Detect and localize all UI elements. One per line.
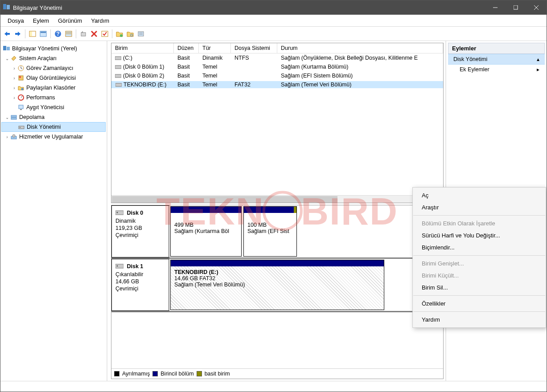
chevron-right-icon[interactable]: › [11,76,17,81]
chevron-right-icon[interactable]: › [11,95,17,100]
svg-rect-1 [7,5,10,9]
cell: (Disk 0 Bölüm 1) [123,64,164,70]
tree-shared-folders[interactable]: › Paylaşılan Klasörler [1,83,106,93]
actions-disk-management[interactable]: Disk Yönetimi ▴ [448,54,545,65]
storage-icon [10,114,17,121]
shared-folders-icon [17,84,25,91]
disk-title: Disk 1 [127,263,143,270]
chevron-right-icon[interactable]: › [4,135,10,139]
ctx-explore[interactable]: Araştır [413,201,546,213]
chevron-right-icon[interactable]: › [11,66,17,71]
volume-icon [115,55,121,61]
back-button[interactable] [2,29,12,39]
column-header-type[interactable]: Tür [199,43,231,53]
legend-swatch-unallocated [114,371,119,376]
table-row[interactable]: (Disk 0 Bölüm 1) Basit Temel Sağlam (Kur… [111,62,443,71]
ctx-open[interactable]: Aç [413,189,546,201]
new-folder-button[interactable] [115,29,124,39]
help-button[interactable]: ? [53,29,63,39]
tree-label: Hizmetler ve Uygulamalar [19,134,83,140]
column-header-volume[interactable]: Birim [111,43,174,53]
legend-swatch-simple [197,371,202,376]
partition-status: Sağlam (Temel Veri Bölümü) [174,282,380,288]
cell: Sağlam (Önyükleme, Disk Belleği Dosyası,… [277,54,443,61]
chevron-down-icon[interactable]: ⌄ [4,56,10,61]
actions-more[interactable]: Ek Eylemler ▸ [448,65,545,74]
tree-label: Performans [26,94,55,101]
folder-search-button[interactable] [125,29,135,39]
context-menu: Aç Araştır Bölümü Etkin Olarak İşaretle … [412,187,546,328]
partition-disk0-1[interactable]: 499 MB Sağlam (Kurtarma Böl [170,206,242,257]
svg-rect-36 [19,105,23,109]
partition-disk1-1[interactable]: TEKNOBIRD (E:) 14,66 GB FAT32 Sağlam (Te… [170,260,384,310]
svg-point-21 [120,34,123,37]
cell: Basit [174,81,199,88]
menu-separator [413,295,545,296]
tree-event-viewer[interactable]: › Olay Görüntüleyicisi [1,73,106,83]
svg-point-51 [117,265,118,267]
titlebar[interactable]: Bilgisayar Yönetimi [0,0,547,15]
tree-performance[interactable]: › Performans [1,93,106,102]
forward-button[interactable] [13,29,23,39]
show-hide-tree-button[interactable] [28,29,37,39]
close-button[interactable] [526,0,547,15]
tree-storage[interactable]: ⌄ Depolama [1,112,106,122]
check-button[interactable] [100,29,110,39]
ctx-help[interactable]: Yardım [413,314,546,326]
minimize-button[interactable] [485,0,506,15]
refresh-button[interactable] [78,29,88,39]
menu-file[interactable]: Dosya [3,16,29,26]
ctx-format[interactable]: Biçimlendir... [413,241,546,253]
tree-system-tools[interactable]: ⌄ Sistem Araçları [1,53,106,63]
properties-button[interactable] [38,29,48,39]
maximize-button[interactable] [506,0,526,15]
app-icon [3,4,10,11]
table-row[interactable]: (Disk 0 Bölüm 2) Basit Temel Sağlam (EFI… [111,71,443,80]
column-header-filesystem[interactable]: Dosya Sistemi [231,43,277,53]
menu-view[interactable]: Görünüm [53,16,86,26]
disk-info-1[interactable]: Disk 1 Çıkarılabilir 14,66 GB Çevrimiçi [111,259,169,311]
scrollbar-thumb[interactable] [112,196,337,203]
volume-icon [115,82,122,87]
table-row[interactable]: (C:) Basit Dinamik NTFS Sağlam (Önyüklem… [111,53,443,62]
disk-size: 14,66 GB [115,278,165,285]
horizontal-scrollbar[interactable] [111,195,443,203]
tree-disk-management[interactable]: Disk Yönetimi [1,122,106,132]
svg-rect-37 [20,109,22,110]
ctx-change-drive-letter[interactable]: Sürücü Harfi ve Yolu Değiştir... [413,229,546,241]
svg-rect-44 [115,57,121,60]
event-viewer-icon [17,74,25,82]
chevron-up-icon: ▴ [537,56,539,62]
volume-list[interactable]: Birim Düzen Tür Dosya Sistemi Durum (C:)… [111,43,444,203]
tree-device-manager[interactable]: Aygıt Yöneticisi [1,102,106,112]
disk-icon [115,263,123,270]
list-button[interactable] [136,29,146,39]
tree-task-scheduler[interactable]: › Görev Zamanlayıcı [1,63,106,73]
navigation-tree[interactable]: Bilgisayar Yönetimi (Yerel) ⌄ Sistem Ara… [0,41,107,381]
menu-action[interactable]: Eylem [29,16,53,26]
menu-help[interactable]: Yardım [86,16,114,26]
ctx-properties[interactable]: Özellikler [413,298,546,310]
cell: Temel [199,72,231,79]
partition-size: 499 MB [174,222,238,228]
column-header-status[interactable]: Durum [277,43,443,53]
disk-info-0[interactable]: Disk 0 Dinamik 119,23 GB Çevrimiçi [111,205,169,257]
svg-rect-23 [138,32,144,36]
disk-size: 119,23 GB [115,225,165,231]
cell: Temel [199,81,231,88]
svg-rect-26 [3,46,6,50]
delete-button[interactable] [89,29,99,39]
ctx-delete-volume[interactable]: Birim Sil... [413,282,546,294]
column-header-layout[interactable]: Düzen [174,43,199,53]
disk-row-0: Disk 0 Dinamik 119,23 GB Çevrimiçi 499 M… [111,205,443,259]
tree-root[interactable]: Bilgisayar Yönetimi (Yerel) [1,44,106,53]
partition-header [171,260,384,266]
chevron-down-icon[interactable]: ⌄ [4,115,10,120]
chevron-right-icon[interactable]: › [11,86,17,90]
view-button[interactable] [64,29,74,39]
partition-header [244,207,296,213]
table-row[interactable]: TEKNOBIRD (E:) Basit Temel FAT32 Sağlam … [111,80,443,89]
partition-disk0-2[interactable]: 100 MB Sağlam (EFI Sist [243,206,297,257]
ctx-mark-active: Bölümü Etkin Olarak İşaretle [413,217,546,229]
tree-services-apps[interactable]: › Hizmetler ve Uygulamalar [1,132,106,142]
